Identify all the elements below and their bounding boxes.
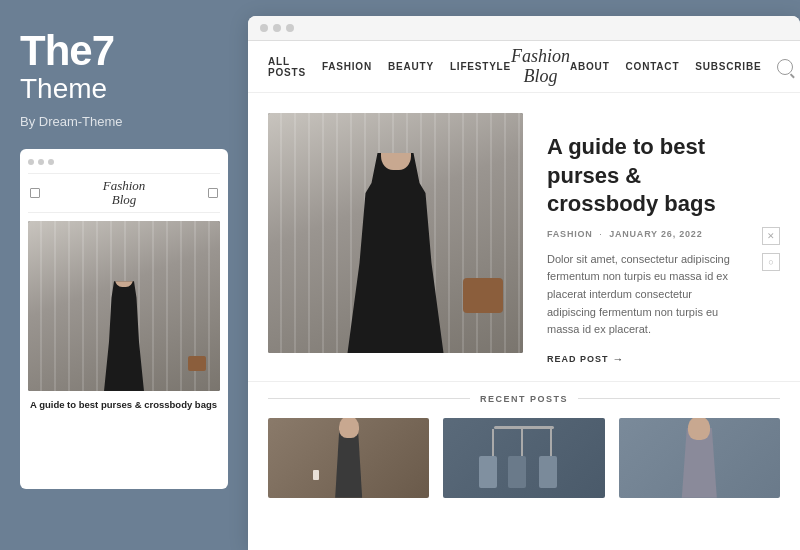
nav-beauty[interactable]: BEAUTY (388, 61, 434, 72)
hero-category: FASHION (547, 229, 593, 239)
sidebar-title: The7 (20, 30, 228, 72)
preview-dot-2 (38, 159, 44, 165)
hero-figure-container (268, 113, 523, 353)
preview-card-header: Fashion Blog (28, 173, 220, 214)
recent-figure-1-hand (313, 470, 319, 480)
hero-meta: FASHION · JANUARY 26, 2022 (547, 229, 738, 239)
nav-fashion[interactable]: FASHION (322, 61, 372, 72)
recent-card-1[interactable] (268, 418, 429, 498)
site-logo: Fashion Blog (511, 47, 570, 87)
nav-right: ABOUT CONTACT SUBSCRIBE (570, 59, 793, 75)
hero-section: A guide to best purses & crossbody bags … (248, 93, 800, 382)
hero-image (268, 113, 523, 353)
recent-garment-1 (479, 456, 497, 488)
recent-header-label: RECENT POSTS (480, 394, 568, 404)
recent-figure-1 (268, 418, 429, 498)
sidebar-by: By Dream-Theme (20, 114, 228, 129)
recent-header-line-left (268, 398, 470, 399)
hero-bag (463, 278, 503, 313)
preview-header-icon-right (208, 188, 218, 198)
browser-bar (248, 16, 800, 41)
recent-hanger-bar (494, 426, 554, 429)
nav-lifestyle[interactable]: LIFESTYLE (450, 61, 511, 72)
main-content: ALL POSTS FASHION BEAUTY LIFESTYLE Fashi… (248, 16, 800, 550)
scroll-icon-x[interactable]: ✕ (762, 227, 780, 245)
recent-figure-1-head (339, 418, 359, 438)
preview-bag (188, 356, 206, 371)
preview-logo: Fashion Blog (103, 179, 146, 208)
preview-card: Fashion Blog A guide to best purses & cr… (20, 149, 228, 489)
preview-dot-3 (48, 159, 54, 165)
recent-section: RECENT POSTS (248, 382, 800, 550)
recent-garment-3 (539, 456, 557, 488)
hero-text: A guide to best purses & crossbody bags … (547, 113, 738, 365)
recent-card-3[interactable] (619, 418, 780, 498)
site-nav: ALL POSTS FASHION BEAUTY LIFESTYLE Fashi… (248, 41, 800, 93)
nav-links: ALL POSTS FASHION BEAUTY LIFESTYLE (268, 56, 511, 78)
recent-figure-3-head (688, 418, 710, 440)
read-post-button[interactable]: READ POST (547, 353, 738, 365)
recent-grid (268, 418, 780, 498)
preview-hero-bg (28, 221, 220, 391)
recent-hanger-3 (550, 429, 552, 459)
recent-hanger-2 (521, 429, 523, 459)
preview-caption: A guide to best purses & crossbody bags (28, 399, 220, 411)
search-icon[interactable] (777, 59, 793, 75)
hero-scroll-icons: ✕ ○ (762, 113, 780, 365)
preview-header-icon-left (30, 188, 40, 198)
preview-dot-1 (28, 159, 34, 165)
recent-figure-3 (619, 418, 780, 498)
sidebar: The7 Theme By Dream-Theme Fashion Blog (0, 0, 248, 550)
nav-subscribe[interactable]: SUBSCRIBE (695, 61, 761, 72)
browser-dot-1 (260, 24, 268, 32)
recent-header: RECENT POSTS (268, 394, 780, 404)
sidebar-theme: Theme (20, 72, 228, 106)
recent-hanger-1 (492, 429, 494, 459)
preview-hero-image (28, 221, 220, 391)
recent-header-line-right (578, 398, 780, 399)
scroll-icon-circle[interactable]: ○ (762, 253, 780, 271)
hero-date: JANUARY 26, 2022 (609, 229, 702, 239)
recent-figure-2 (443, 418, 604, 498)
hero-excerpt: Dolor sit amet, consectetur adipiscing f… (547, 251, 738, 339)
nav-all-posts[interactable]: ALL POSTS (268, 56, 306, 78)
browser-dot-3 (286, 24, 294, 32)
preview-card-dots (28, 159, 220, 165)
nav-about[interactable]: ABOUT (570, 61, 610, 72)
recent-garment-2 (508, 456, 526, 488)
recent-card-2[interactable] (443, 418, 604, 498)
hero-title: A guide to best purses & crossbody bags (547, 133, 738, 219)
nav-contact[interactable]: CONTACT (626, 61, 680, 72)
browser-dot-2 (273, 24, 281, 32)
